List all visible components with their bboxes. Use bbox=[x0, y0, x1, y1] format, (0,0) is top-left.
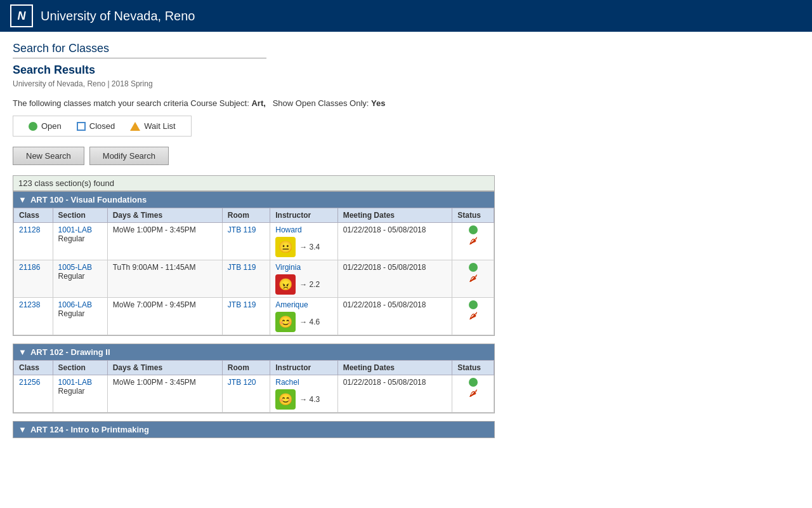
breadcrumb: Search for Classes bbox=[13, 42, 495, 55]
open-label: Open bbox=[41, 121, 62, 131]
section-link[interactable]: 1005-LAB bbox=[58, 263, 92, 272]
course-header-art102[interactable]: ▼ART 102 - Drawing II bbox=[13, 344, 494, 360]
section-link[interactable]: 1001-LAB bbox=[58, 378, 92, 387]
criteria-prefix: The following classes match your search … bbox=[13, 98, 249, 108]
logo-letter: N bbox=[18, 10, 26, 23]
status-indicator: 🌶 bbox=[457, 300, 488, 321]
course-header-art100[interactable]: ▼ART 100 - Visual Foundations bbox=[13, 192, 494, 208]
course-arrow-icon: ▼ bbox=[18, 347, 27, 357]
table-row: 212561001-LABRegularMoWe 1:00PM - 3:45PM… bbox=[14, 375, 494, 413]
meeting-dates: 01/22/2018 - 05/08/2018 bbox=[337, 260, 452, 298]
class-number-link[interactable]: 21238 bbox=[19, 300, 40, 309]
page-subtitle: University of Nevada, Reno | 2018 Spring bbox=[13, 79, 495, 88]
class-table-art102: ClassSectionDays & TimesRoomInstructorMe… bbox=[13, 360, 494, 413]
header: N University of Nevada, Reno bbox=[0, 0, 812, 32]
course-header-art124[interactable]: ▼ART 124 - Intro to Printmaking bbox=[13, 422, 494, 438]
criteria-open-label: Show Open Classes Only: bbox=[273, 98, 369, 108]
status-cell: 🌶 bbox=[452, 298, 494, 335]
room-link[interactable]: JTB 119 bbox=[228, 263, 256, 272]
chili-icon: 🌶 bbox=[469, 311, 478, 321]
col-header: Room bbox=[222, 361, 270, 375]
legend-closed: Closed bbox=[77, 121, 115, 131]
class-number: 21186 bbox=[14, 260, 53, 298]
search-for-classes-link[interactable]: Search for Classes bbox=[13, 42, 109, 55]
instructor-link[interactable]: Rachel bbox=[275, 378, 299, 387]
open-dot bbox=[469, 300, 478, 309]
legend-box: Open Closed Wait List bbox=[13, 116, 192, 137]
courses-container: ▼ART 100 - Visual FoundationsClassSectio… bbox=[13, 191, 495, 438]
chili-icon: 🌶 bbox=[469, 273, 478, 283]
instructor: Virginia 😠 → 2.2 bbox=[270, 260, 337, 298]
rating: 😐 → 3.4 bbox=[275, 237, 332, 257]
col-header: Room bbox=[222, 208, 270, 223]
section-info: 1001-LABRegular bbox=[53, 223, 107, 260]
section-type: Regular bbox=[58, 234, 85, 243]
col-header: Instructor bbox=[270, 208, 337, 223]
status-cell: 🌶 bbox=[452, 375, 494, 413]
criteria-open-value: Yes bbox=[371, 98, 385, 108]
rating: 😊 → 4.6 bbox=[275, 312, 332, 332]
header-logo: N University of Nevada, Reno bbox=[10, 4, 195, 27]
instructor: Howard 😐 → 3.4 bbox=[270, 223, 337, 260]
legend-open: Open bbox=[29, 121, 62, 131]
col-header: Class bbox=[14, 208, 53, 223]
table-row: 211281001-LABRegularMoWe 1:00PM - 3:45PM… bbox=[14, 223, 494, 260]
class-number-link[interactable]: 21186 bbox=[19, 263, 40, 272]
meeting-dates: 01/22/2018 - 05/08/2018 bbox=[337, 375, 452, 413]
rating-arrow: → 4.6 bbox=[299, 318, 320, 326]
table-row: 211861005-LABRegularTuTh 9:00AM - 11:45A… bbox=[14, 260, 494, 298]
room-link[interactable]: JTB 119 bbox=[228, 300, 256, 309]
col-header: Section bbox=[53, 208, 107, 223]
col-header: Instructor bbox=[270, 361, 337, 375]
col-header: Section bbox=[53, 361, 107, 375]
section-link[interactable]: 1006-LAB bbox=[58, 300, 92, 309]
page-title: Search Results bbox=[13, 64, 495, 77]
instructor-link[interactable]: Virginia bbox=[275, 263, 301, 272]
room: JTB 119 bbox=[222, 260, 270, 298]
col-header: Meeting Dates bbox=[337, 208, 452, 223]
rating-face: 😠 bbox=[275, 274, 296, 295]
status-indicator: 🌶 bbox=[457, 378, 488, 398]
section-info: 1006-LABRegular bbox=[53, 298, 107, 335]
table-row: 212381006-LABRegularMoWe 7:00PM - 9:45PM… bbox=[14, 298, 494, 335]
status-indicator: 🌶 bbox=[457, 225, 488, 246]
action-buttons: New Search Modify Search bbox=[13, 147, 495, 165]
section-link[interactable]: 1001-LAB bbox=[58, 225, 92, 234]
col-header: Days & Times bbox=[107, 361, 222, 375]
instructor-link[interactable]: Amerique bbox=[275, 300, 308, 309]
days-times: MoWe 1:00PM - 3:45PM bbox=[107, 375, 222, 413]
rating: 😠 → 2.2 bbox=[275, 274, 332, 295]
class-number: 21128 bbox=[14, 223, 53, 260]
chili-icon: 🌶 bbox=[469, 236, 478, 246]
instructor-link[interactable]: Howard bbox=[275, 225, 301, 234]
room-link[interactable]: JTB 120 bbox=[228, 378, 256, 387]
legend-waitlist: Wait List bbox=[130, 121, 175, 131]
rating-face: 😐 bbox=[275, 237, 296, 257]
logo-box: N bbox=[10, 4, 33, 27]
closed-indicator bbox=[77, 122, 86, 131]
days-times: MoWe 1:00PM - 3:45PM bbox=[107, 223, 222, 260]
status-cell: 🌶 bbox=[452, 223, 494, 260]
divider bbox=[13, 58, 266, 58]
class-number-link[interactable]: 21128 bbox=[19, 225, 40, 234]
days-times: TuTh 9:00AM - 11:45AM bbox=[107, 260, 222, 298]
open-indicator bbox=[29, 122, 37, 131]
course-section-art102: ▼ART 102 - Drawing IIClassSectionDays & … bbox=[13, 344, 495, 413]
found-count: 123 class section(s) found bbox=[13, 175, 495, 191]
university-name: University of Nevada, Reno bbox=[41, 9, 195, 23]
section-type: Regular bbox=[58, 387, 85, 396]
col-header: Days & Times bbox=[107, 208, 222, 223]
class-number-link[interactable]: 21256 bbox=[19, 378, 40, 387]
class-number: 21256 bbox=[14, 375, 53, 413]
course-title: ART 100 - Visual Foundations bbox=[30, 195, 147, 204]
new-search-button[interactable]: New Search bbox=[13, 147, 84, 165]
meeting-dates: 01/22/2018 - 05/08/2018 bbox=[337, 298, 452, 335]
section-type: Regular bbox=[58, 309, 85, 318]
modify-search-button[interactable]: Modify Search bbox=[89, 147, 169, 165]
rating-arrow: → 4.3 bbox=[299, 395, 320, 404]
room-link[interactable]: JTB 119 bbox=[228, 225, 256, 234]
days-times: MoWe 7:00PM - 9:45PM bbox=[107, 298, 222, 335]
instructor: Rachel 😊 → 4.3 bbox=[270, 375, 337, 413]
rating: 😊 → 4.3 bbox=[275, 389, 332, 410]
closed-label: Closed bbox=[89, 121, 115, 131]
